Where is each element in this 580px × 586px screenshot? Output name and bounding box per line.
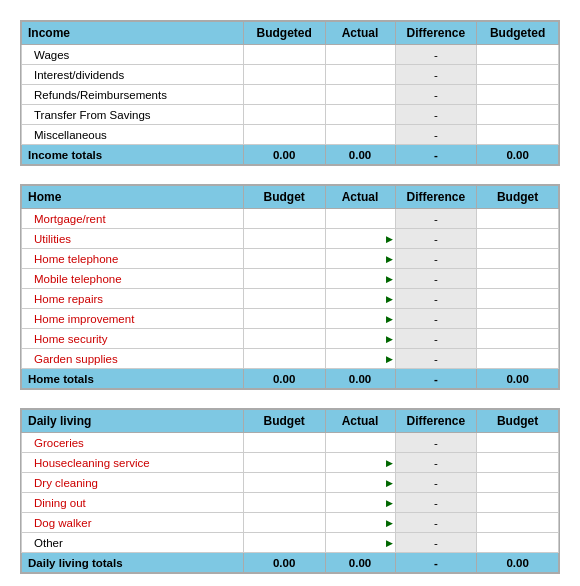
income-row-budgeted2[interactable] [477, 65, 559, 85]
income-row-budgeted2[interactable] [477, 125, 559, 145]
daily-row-budget2[interactable] [477, 453, 559, 473]
daily-row-actual[interactable]: ▶ [325, 473, 395, 493]
income-row-actual[interactable] [325, 65, 395, 85]
home-row-actual[interactable] [325, 209, 395, 229]
income-row-budgeted[interactable] [243, 65, 325, 85]
daily-row: Dining out ▶ - [22, 493, 559, 513]
daily-row-budget2[interactable] [477, 433, 559, 453]
home-row-budget2[interactable] [477, 309, 559, 329]
daily-row-budget[interactable] [243, 493, 325, 513]
income-row-actual[interactable] [325, 105, 395, 125]
home-totals-row: Home totals 0.00 0.00 - 0.00 [22, 369, 559, 389]
home-row-difference: - [395, 229, 477, 249]
home-row-difference: - [395, 349, 477, 369]
home-row-label: Mortgage/rent [22, 209, 244, 229]
home-row-budget2[interactable] [477, 289, 559, 309]
daily-row-label: Dry cleaning [22, 473, 244, 493]
daily-header-budget2: Budget [477, 410, 559, 433]
home-row-label: Home repairs [22, 289, 244, 309]
daily-row-budget[interactable] [243, 533, 325, 553]
home-row-budget2[interactable] [477, 329, 559, 349]
home-row: Home telephone ▶ - [22, 249, 559, 269]
income-row: Interest/dividends - [22, 65, 559, 85]
daily-row-budget[interactable] [243, 453, 325, 473]
income-totals-difference: - [395, 145, 477, 165]
income-header-actual: Actual [325, 22, 395, 45]
home-row-actual[interactable]: ▶ [325, 289, 395, 309]
daily-row-difference: - [395, 533, 477, 553]
daily-row-budget[interactable] [243, 433, 325, 453]
home-row-budget[interactable] [243, 329, 325, 349]
home-totals-label: Home totals [22, 369, 244, 389]
home-header-actual: Actual [325, 186, 395, 209]
daily-row: Other ▶ - [22, 533, 559, 553]
home-row-budget2[interactable] [477, 269, 559, 289]
home-row-budget[interactable] [243, 209, 325, 229]
daily-header-actual: Actual [325, 410, 395, 433]
income-row-budgeted[interactable] [243, 125, 325, 145]
home-row-budget[interactable] [243, 229, 325, 249]
home-row-budget[interactable] [243, 309, 325, 329]
daily-row-budget2[interactable] [477, 473, 559, 493]
home-row-budget2[interactable] [477, 229, 559, 249]
daily-row-budget2[interactable] [477, 533, 559, 553]
green-arrow-icon: ▶ [386, 254, 393, 264]
daily-row-label: Dog walker [22, 513, 244, 533]
daily-row-actual[interactable]: ▶ [325, 533, 395, 553]
home-row-actual[interactable]: ▶ [325, 349, 395, 369]
income-row-difference: - [395, 105, 477, 125]
home-row-budget2[interactable] [477, 249, 559, 269]
income-row-budgeted[interactable] [243, 45, 325, 65]
income-row-budgeted[interactable] [243, 105, 325, 125]
home-row-actual[interactable]: ▶ [325, 269, 395, 289]
green-arrow-icon: ▶ [386, 458, 393, 468]
income-header-budgeted2: Budgeted [477, 22, 559, 45]
home-row-budget[interactable] [243, 249, 325, 269]
income-row-actual[interactable] [325, 125, 395, 145]
daily-row-budget[interactable] [243, 473, 325, 493]
income-row-actual[interactable] [325, 45, 395, 65]
home-row: Home repairs ▶ - [22, 289, 559, 309]
green-arrow-icon: ▶ [386, 234, 393, 244]
home-row-budget2[interactable] [477, 349, 559, 369]
income-row-difference: - [395, 85, 477, 105]
income-row-budgeted2[interactable] [477, 85, 559, 105]
green-arrow-icon: ▶ [386, 518, 393, 528]
income-totals-budgeted2: 0.00 [477, 145, 559, 165]
daily-row-label: Housecleaning service [22, 453, 244, 473]
daily-row-actual[interactable]: ▶ [325, 513, 395, 533]
home-row-label: Home telephone [22, 249, 244, 269]
home-row-budget2[interactable] [477, 209, 559, 229]
green-arrow-icon: ▶ [386, 294, 393, 304]
home-row-budget[interactable] [243, 349, 325, 369]
daily-row-budget2[interactable] [477, 493, 559, 513]
daily-header-budget: Budget [243, 410, 325, 433]
home-totals-actual: 0.00 [325, 369, 395, 389]
home-row-actual[interactable]: ▶ [325, 329, 395, 349]
daily-row-budget[interactable] [243, 513, 325, 533]
income-row-budgeted[interactable] [243, 85, 325, 105]
home-header-difference: Difference [395, 186, 477, 209]
home-row-actual[interactable]: ▶ [325, 309, 395, 329]
daily-row-actual[interactable] [325, 433, 395, 453]
income-row-label: Miscellaneous [22, 125, 244, 145]
home-row-budget[interactable] [243, 289, 325, 309]
daily-row-actual[interactable]: ▶ [325, 453, 395, 473]
income-row-actual[interactable] [325, 85, 395, 105]
income-row-budgeted2[interactable] [477, 45, 559, 65]
home-section: Home Budget Actual Difference Budget Mor… [20, 184, 560, 390]
daily-row-actual[interactable]: ▶ [325, 493, 395, 513]
daily-row-difference: - [395, 433, 477, 453]
daily-row-label: Dining out [22, 493, 244, 513]
home-row-actual[interactable]: ▶ [325, 229, 395, 249]
income-row-difference: - [395, 45, 477, 65]
home-row-actual[interactable]: ▶ [325, 249, 395, 269]
green-arrow-icon: ▶ [386, 274, 393, 284]
home-row-budget[interactable] [243, 269, 325, 289]
income-row-budgeted2[interactable] [477, 105, 559, 125]
home-row-difference: - [395, 249, 477, 269]
income-row-label: Refunds/Reimbursements [22, 85, 244, 105]
income-row: Miscellaneous - [22, 125, 559, 145]
daily-totals-budgeted2: 0.00 [477, 553, 559, 573]
daily-row-budget2[interactable] [477, 513, 559, 533]
